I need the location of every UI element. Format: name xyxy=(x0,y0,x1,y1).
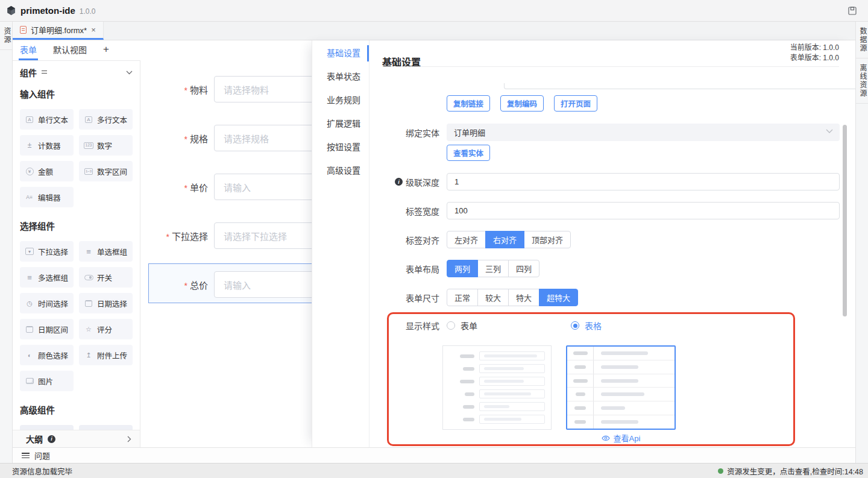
palette-item-color[interactable]: 颜色选择 xyxy=(20,345,74,365)
palette-item-multi-text[interactable]: 多行文本 xyxy=(79,109,133,130)
sidebar-item-resources[interactable]: 资源 xyxy=(0,22,12,50)
date-range-icon xyxy=(25,325,34,333)
align-left-option[interactable]: 左对齐 xyxy=(447,231,486,248)
align-right-option[interactable]: 右对齐 xyxy=(485,231,524,248)
bind-entity-select[interactable]: 订单明细 xyxy=(447,124,840,141)
settings-scrollbar[interactable] xyxy=(843,125,847,316)
total-price-input[interactable]: 请输入 xyxy=(214,271,312,298)
nav-button-settings[interactable]: 按钮设置 xyxy=(312,136,369,159)
save-icon[interactable] xyxy=(848,6,857,16)
spec-input[interactable]: 请选择规格 xyxy=(214,125,312,151)
copy-code-button[interactable]: 复制编码 xyxy=(500,95,544,112)
outline-bar[interactable]: 大纲 i xyxy=(13,430,140,447)
currency-icon xyxy=(25,167,34,175)
size-xxlarge-option[interactable]: 超特大 xyxy=(539,289,578,306)
form-size-row: 表单尺寸 正常 较大 特大 超特大 xyxy=(370,289,840,306)
nav-extension-logic[interactable]: 扩展逻辑 xyxy=(312,112,369,136)
view-api-link[interactable]: 查看Api xyxy=(566,432,676,444)
label-width-input[interactable]: 100 xyxy=(447,202,840,219)
size-normal-option[interactable]: 正常 xyxy=(447,289,478,306)
status-bar: 资源信息加载完毕 资源发生变更，点击查看,检查时间:14:48 xyxy=(0,463,868,478)
field-label: 总价 xyxy=(190,278,208,291)
problems-label: 问题 xyxy=(34,450,50,461)
form-style-preview[interactable] xyxy=(442,345,552,430)
palette-item-date-range[interactable]: 日期区间 xyxy=(20,319,74,339)
input-components-grid: 单行文本 多行文本 计数器 数字 金额 数字区间 编辑器 xyxy=(20,109,133,207)
three-column-option[interactable]: 三列 xyxy=(477,260,509,277)
tab-default-view[interactable]: 默认视图 xyxy=(52,40,88,60)
tab-title: 订单明细.formx* xyxy=(31,24,87,36)
image-icon xyxy=(25,377,34,385)
nav-basic-settings[interactable]: 基础设置 xyxy=(312,42,369,65)
unit-price-input[interactable]: 请输入 xyxy=(214,174,312,200)
tab-order-detail-formx[interactable]: 订单明细.formx* × xyxy=(13,22,104,40)
problems-bar[interactable]: 问题 xyxy=(13,447,855,463)
palette-item-single-text[interactable]: 单行文本 xyxy=(20,109,74,130)
palette-item-select[interactable]: 下拉选择 xyxy=(20,241,74,262)
table-style-preview[interactable] xyxy=(566,345,676,430)
info-icon: i xyxy=(395,178,403,186)
material-input[interactable]: 请选择物料 xyxy=(214,76,312,102)
palette-item-rating[interactable]: 评分 xyxy=(79,319,133,339)
palette-item-checkbox-group[interactable]: 多选框组 xyxy=(20,267,74,288)
resource-change-notice[interactable]: 资源发生变更，点击查看,检查时间:14:48 xyxy=(718,465,863,477)
palette-item-number-range[interactable]: 数字区间 xyxy=(79,161,133,181)
settings-nav: 基础设置 表单状态 业务规则 扩展逻辑 按钮设置 高级设置 xyxy=(312,40,370,447)
palette-header[interactable]: 组件 xyxy=(13,61,140,84)
radio-form-label[interactable]: 表单 xyxy=(461,319,477,332)
cascade-depth-input[interactable]: 1 xyxy=(447,173,840,190)
link-buttons-row: 复制链接 复制编码 打开页面 xyxy=(370,95,840,112)
align-top-option[interactable]: 顶部对齐 xyxy=(524,231,571,248)
view-entity-button[interactable]: 查看实体 xyxy=(447,145,490,161)
field-row-total-price[interactable]: *总价 请输入 xyxy=(140,271,312,298)
radio-form-style[interactable] xyxy=(447,321,455,330)
number-range-icon xyxy=(84,167,93,175)
info-icon: i xyxy=(48,435,55,443)
palette-item-number[interactable]: 数字 xyxy=(79,135,133,156)
field-row-spec[interactable]: *规格 请选择规格 xyxy=(140,125,312,151)
sidebar-item-offline-resources[interactable]: 离线资源 xyxy=(856,58,868,104)
nav-advanced-settings[interactable]: 高级设置 xyxy=(312,159,369,183)
single-text-icon xyxy=(25,115,34,124)
counter-icon xyxy=(25,141,34,149)
clipped-url-input[interactable] xyxy=(504,83,855,89)
palette-item-radio-group[interactable]: 单选框组 xyxy=(79,241,133,262)
close-icon[interactable]: × xyxy=(91,26,96,34)
two-column-option[interactable]: 两列 xyxy=(447,260,478,277)
chevron-right-icon xyxy=(127,436,131,442)
chevron-down-icon[interactable] xyxy=(126,71,133,75)
tab-form[interactable]: 表单 xyxy=(19,40,38,60)
title-bar: primeton-ide 1.0.0 xyxy=(0,0,868,22)
palette-item-counter[interactable]: 计数器 xyxy=(20,135,74,156)
rating-icon xyxy=(84,325,93,333)
palette-item-image[interactable]: 图片 xyxy=(20,371,74,391)
nav-form-status[interactable]: 表单状态 xyxy=(312,65,369,89)
size-large-option[interactable]: 较大 xyxy=(477,289,509,306)
add-view-button[interactable]: + xyxy=(102,40,110,60)
palette-item-time[interactable]: 时间选择 xyxy=(20,293,74,313)
date-icon xyxy=(84,299,93,307)
palette-item-upload[interactable]: 附件上传 xyxy=(79,345,133,365)
dropdown-input[interactable]: 请选择下拉选择 xyxy=(214,222,312,249)
open-page-button[interactable]: 打开页面 xyxy=(554,95,597,112)
document-tab-bar: 订单明细.formx* × xyxy=(13,22,855,40)
palette-item-currency[interactable]: 金额 xyxy=(20,161,74,181)
copy-link-button[interactable]: 复制链接 xyxy=(447,95,490,112)
palette-item-date[interactable]: 日期选择 xyxy=(79,293,133,313)
checkbox-group-icon xyxy=(25,273,34,281)
style-previews xyxy=(442,345,676,430)
required-asterisk: * xyxy=(184,134,187,144)
field-row-unit-price[interactable]: *单价 请输入 xyxy=(140,174,312,200)
field-row-material[interactable]: *物料 请选择物料 xyxy=(140,76,312,102)
bind-entity-label: 绑定实体 xyxy=(406,127,439,139)
palette-item-editor[interactable]: 编辑器 xyxy=(20,187,74,207)
size-xlarge-option[interactable]: 特大 xyxy=(508,289,539,306)
palette-item-switch[interactable]: 开关 xyxy=(79,267,133,288)
nav-business-rules[interactable]: 业务规则 xyxy=(312,89,369,112)
radio-table-style[interactable] xyxy=(571,321,579,330)
radio-table-label[interactable]: 表格 xyxy=(585,319,602,332)
field-row-dropdown[interactable]: *下拉选择 请选择下拉选择 xyxy=(140,222,312,249)
four-column-option[interactable]: 四列 xyxy=(508,260,539,277)
sidebar-item-datasource[interactable]: 数据源 xyxy=(856,22,868,58)
field-label: 规格 xyxy=(190,132,208,145)
